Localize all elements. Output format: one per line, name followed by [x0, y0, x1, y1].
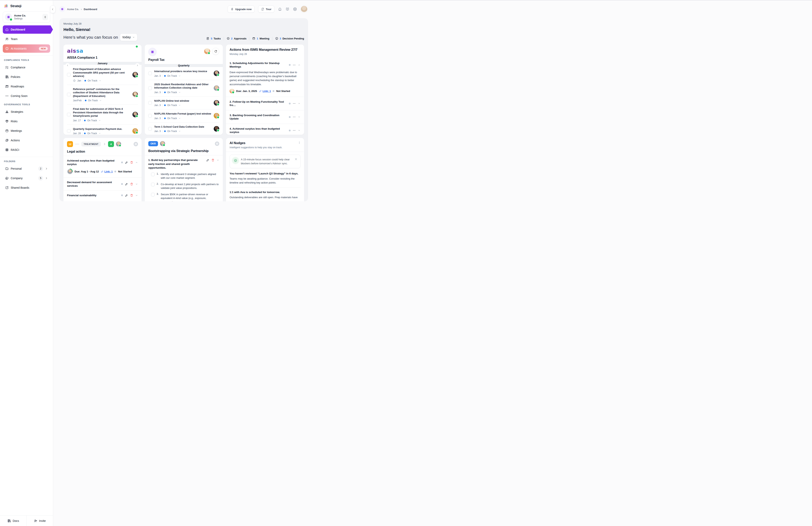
kr-text[interactable]: Secure $50K in partner-driven revenue or…	[161, 192, 219, 201]
delete-trash-icon[interactable]	[130, 182, 133, 186]
task-title[interactable]: International providers receive levy inv…	[154, 70, 211, 73]
assignee-avatar[interactable]	[214, 71, 219, 76]
sidebar-collapse-button[interactable]	[50, 5, 55, 13]
delete-trash-icon[interactable]	[211, 159, 215, 162]
task-title[interactable]: NAPLAN Alternate Format (paper) test win…	[154, 112, 211, 116]
task-title[interactable]: 2025 Student Residential Address and Oth…	[154, 83, 211, 90]
sidebar-item-meetings[interactable]: Meetings	[3, 127, 50, 135]
objective-title[interactable]: Build key partnerships that generate ear…	[148, 159, 198, 169]
period-tab[interactable]: Quarterly	[145, 64, 223, 67]
edit-pencil-icon[interactable]	[125, 182, 128, 186]
focus-range-select[interactable]: today	[120, 33, 137, 41]
sidebar-item-team[interactable]: Team	[3, 35, 50, 43]
task-checkbox[interactable]	[148, 127, 152, 131]
assignee-avatar[interactable]	[132, 128, 138, 134]
sidebar-item-policies[interactable]: Policies	[3, 73, 50, 81]
owner-avatar[interactable]	[116, 142, 121, 147]
expand-chevron-icon[interactable]	[135, 183, 138, 186]
stat-tasks[interactable]: 5 Tasks	[206, 37, 221, 40]
expand-chevron-icon[interactable]	[298, 102, 301, 105]
risk-title[interactable]: Financial sustainability	[67, 194, 119, 197]
chevron-down-icon[interactable]	[99, 132, 101, 135]
more-options-icon[interactable]	[293, 102, 296, 105]
task-checkbox[interactable]	[67, 129, 71, 133]
notifications-bell-icon[interactable]	[278, 7, 282, 11]
sidebar-item-ai-assistants[interactable]: AI Assistants NEW	[3, 44, 50, 53]
stat-meetings[interactable]: 1 Meeting	[252, 37, 269, 40]
sidebar-folder-company[interactable]: Company 5	[3, 174, 50, 182]
task-checkbox[interactable]	[148, 114, 152, 118]
task-checkbox[interactable]	[148, 86, 152, 90]
assignee-avatar[interactable]	[214, 126, 219, 132]
edit-pencil-icon[interactable]	[206, 159, 209, 162]
chevron-down-icon[interactable]	[99, 79, 101, 82]
stat-approvals[interactable]: 2 Approvals	[227, 37, 247, 40]
card-owner-avatar[interactable]	[204, 48, 210, 54]
link-button[interactable]: Link: 1	[259, 90, 271, 92]
task-checkbox[interactable]	[67, 73, 71, 76]
expand-chevron-icon[interactable]	[298, 116, 301, 118]
task-checkbox[interactable]	[148, 101, 152, 105]
next-month-button[interactable]	[135, 63, 140, 68]
task-checkbox[interactable]	[148, 72, 152, 75]
risk-title[interactable]: Achieved surplus less than budgeted surp…	[67, 159, 119, 166]
prev-month-button[interactable]	[66, 63, 70, 68]
user-avatar[interactable]	[301, 5, 308, 13]
workspace-switcher[interactable]: Acme Co. Settings	[3, 12, 50, 23]
delete-trash-icon[interactable]	[130, 161, 133, 164]
chevron-down-icon[interactable]	[178, 130, 181, 132]
delete-trash-icon[interactable]	[130, 194, 133, 197]
kr-text[interactable]: Identify and onboard 3 strategic partner…	[161, 172, 219, 180]
settings-gear-icon[interactable]	[293, 7, 297, 11]
action-title[interactable]: Backlog Grooming and Coordination Update	[230, 114, 279, 120]
sidebar-item-roadmaps[interactable]: Roadmaps	[3, 82, 50, 91]
action-title[interactable]: Scheduling Adjustments for Standup Meeti…	[230, 62, 279, 68]
stat-decisions[interactable]: 3 Decision Pending	[275, 37, 304, 40]
info-icon[interactable]	[73, 79, 76, 82]
risk-title[interactable]: Decreased demand for assessment services	[67, 180, 119, 188]
kr-checkbox[interactable]	[151, 193, 155, 196]
sidebar-item-coming-soon[interactable]: Coming Soon	[3, 92, 50, 100]
assignee-avatar[interactable]	[214, 113, 219, 118]
more-options-icon[interactable]	[293, 63, 296, 67]
card-radio[interactable]	[134, 142, 138, 146]
assignee-avatar[interactable]	[132, 112, 138, 117]
task-title[interactable]: Term 1 School Card Data Collection Date	[154, 125, 211, 129]
expand-chevron-icon[interactable]	[217, 159, 219, 162]
workspace-settings-link[interactable]: Settings	[14, 17, 41, 20]
chevron-down-icon[interactable]	[178, 91, 181, 93]
breadcrumb-root[interactable]: Acme Co.	[67, 8, 79, 11]
chevron-down-icon[interactable]	[99, 119, 101, 122]
card-radio[interactable]	[215, 142, 219, 146]
chevron-down-icon[interactable]	[178, 117, 181, 119]
tour-button[interactable]: Tour	[258, 5, 274, 13]
assignee-avatar[interactable]	[214, 100, 219, 106]
chevron-down-icon[interactable]	[178, 75, 181, 77]
collapse-chevron-icon[interactable]	[135, 161, 138, 164]
kr-checkbox[interactable]	[151, 183, 155, 186]
task-title[interactable]: Final date for submission of 2024 Term 4…	[73, 107, 130, 118]
assignee-avatar[interactable]	[132, 92, 138, 97]
workspace-toggle-icon[interactable]	[42, 14, 48, 20]
chevron-right-icon[interactable]	[45, 167, 48, 170]
assignee-avatar[interactable]	[230, 89, 234, 93]
edit-pencil-icon[interactable]	[125, 161, 128, 164]
kr-checkbox[interactable]	[151, 173, 155, 176]
sidebar-folder-personal[interactable]: Personal 2	[3, 164, 50, 173]
more-options-icon[interactable]	[293, 129, 296, 132]
task-checkbox[interactable]	[67, 93, 71, 96]
sidebar-item-dashboard[interactable]: Dashboard	[3, 25, 50, 34]
chevron-right-icon[interactable]	[45, 177, 48, 179]
assignee-avatar[interactable]	[132, 72, 138, 77]
assignee-avatar[interactable]	[68, 169, 72, 174]
task-title[interactable]: First Department of Education advance Co…	[73, 68, 130, 78]
sidebar-item-strategies[interactable]: Strategies	[3, 107, 50, 116]
collapse-chevron-icon[interactable]	[298, 64, 301, 67]
owner-avatar[interactable]	[160, 141, 165, 146]
assignee-avatar[interactable]	[214, 85, 219, 91]
action-title[interactable]: Follow-Up on Meeting Functionality Tool …	[230, 100, 284, 107]
chevron-down-icon[interactable]	[99, 99, 102, 102]
expand-chevron-icon[interactable]	[298, 129, 301, 132]
task-title[interactable]: NAPLAN Online test window	[154, 99, 211, 103]
action-status[interactable]: Not Started	[276, 90, 290, 92]
